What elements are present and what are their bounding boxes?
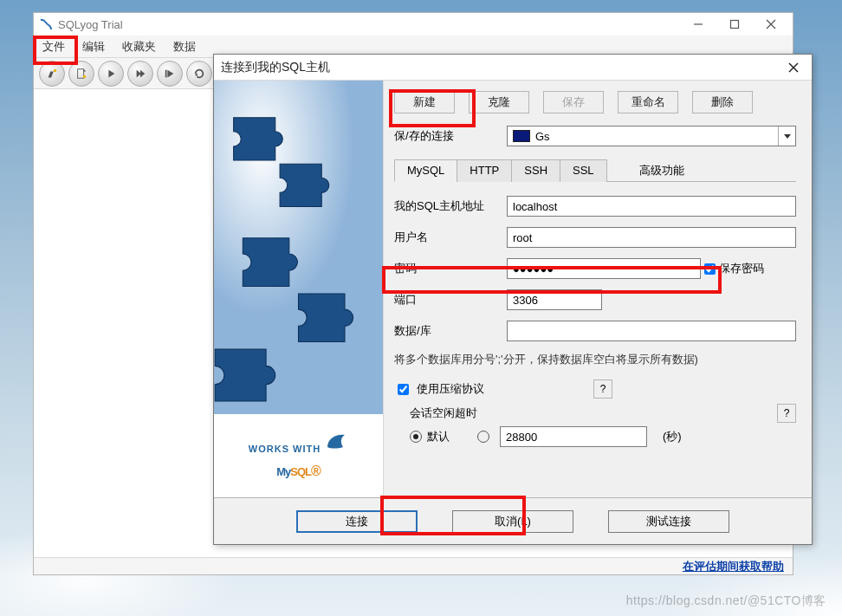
statusbar: 在评估期间获取帮助 <box>34 557 793 574</box>
chevron-down-icon[interactable] <box>778 126 795 146</box>
maximize-button[interactable] <box>716 14 753 35</box>
user-label: 用户名 <box>394 230 507 245</box>
dialog-body: WORKS WITH MySQL® 新建 克隆 保存 重命名 删除 保/存的连接 <box>214 81 812 497</box>
connection-color-swatch <box>513 130 530 142</box>
saved-connection-value: Gs <box>535 130 550 143</box>
puzzle-graphic <box>214 81 383 414</box>
connection-dialog: 连接到我的SQL主机 <box>213 54 813 545</box>
tab-mysql[interactable]: MySQL <box>394 159 457 182</box>
save-password-check[interactable] <box>704 263 716 275</box>
compress-help-button[interactable]: ? <box>593 379 612 399</box>
toolbar-refresh-icon[interactable] <box>186 61 212 87</box>
save-password-checkbox[interactable]: 保存密码 <box>704 261 764 276</box>
close-button[interactable] <box>753 14 789 35</box>
window-controls <box>680 14 789 35</box>
menu-database[interactable]: 数据 <box>165 36 204 57</box>
connect-button[interactable]: 连接 <box>296 510 418 533</box>
tab-advanced[interactable]: 高级功能 <box>627 159 696 182</box>
password-input[interactable] <box>507 258 701 279</box>
toolbar-new-query-icon[interactable] <box>68 61 94 87</box>
clone-button[interactable]: 克隆 <box>469 91 529 113</box>
svg-rect-12 <box>165 69 167 77</box>
toolbar-new-conn-icon[interactable] <box>39 61 65 87</box>
dialog-close-icon[interactable] <box>782 56 805 79</box>
tab-http[interactable]: HTTP <box>457 159 512 182</box>
mysql-wordmark: MySQL® <box>276 454 321 482</box>
minimize-button[interactable] <box>680 14 716 35</box>
menu-favorites[interactable]: 收藏夹 <box>113 36 165 57</box>
default-radio[interactable] <box>410 431 422 443</box>
sidebar-image-panel: WORKS WITH MySQL® <box>214 81 384 497</box>
dialog-title: 连接到我的SQL主机 <box>221 60 782 75</box>
idle-help-button[interactable]: ? <box>777 404 796 423</box>
host-input[interactable] <box>507 196 796 217</box>
save-button[interactable]: 保存 <box>543 91 604 113</box>
dolphin-icon <box>324 430 348 454</box>
dialog-footer: 连接 取消(L) 测试连接 <box>214 497 812 544</box>
svg-point-7 <box>83 75 87 78</box>
default-radio-label: 默认 <box>427 429 450 444</box>
tab-ssl[interactable]: SSL <box>560 159 607 182</box>
saved-connection-row: 保/存的连接 Gs <box>394 126 796 146</box>
user-input[interactable] <box>507 227 796 248</box>
toolbar-run-icon[interactable] <box>98 61 124 87</box>
works-with-label: WORKS WITH <box>249 444 321 454</box>
svg-marker-11 <box>167 69 173 77</box>
tab-ssh[interactable]: SSH <box>511 159 560 182</box>
compress-label: 使用压缩协议 <box>417 381 484 397</box>
saved-connection-label: 保/存的连接 <box>394 128 481 144</box>
toolbar-run-last-icon[interactable] <box>157 61 183 87</box>
password-label: 密码 <box>394 261 507 276</box>
delete-button[interactable]: 删除 <box>692 91 753 113</box>
mysql-form: 我的SQL主机地址 用户名 密码 保存密码 端口 <box>394 182 796 447</box>
titlebar: SQLyog Trial <box>34 13 793 36</box>
new-button[interactable]: 新建 <box>394 91 455 113</box>
menu-file[interactable]: 文件 <box>34 36 74 57</box>
watermark: https://blog.csdn.net/@51CTO博客 <box>626 593 826 609</box>
cancel-button[interactable]: 取消(L) <box>452 510 573 533</box>
window-title: SQLyog Trial <box>58 18 680 31</box>
svg-marker-10 <box>140 69 145 77</box>
svg-rect-2 <box>731 21 739 29</box>
saved-connection-combo[interactable]: Gs <box>507 126 796 146</box>
test-connection-button[interactable]: 测试连接 <box>608 510 729 533</box>
port-label: 端口 <box>394 292 507 308</box>
timeout-unit: (秒) <box>663 429 682 444</box>
svg-point-5 <box>54 68 57 72</box>
timeout-input[interactable] <box>500 426 647 447</box>
database-input[interactable] <box>507 321 796 341</box>
host-label: 我的SQL主机地址 <box>394 198 507 214</box>
dialog-right-panel: 新建 克隆 保存 重命名 删除 保/存的连接 Gs MySQL HTTP <box>384 81 812 497</box>
tabs-row: MySQL HTTP SSH SSL 高级功能 <box>394 159 796 182</box>
port-input[interactable] <box>507 289 602 310</box>
app-icon <box>39 17 53 31</box>
menu-edit[interactable]: 编辑 <box>74 36 113 57</box>
toolbar-run-all-icon[interactable] <box>127 61 153 87</box>
connection-buttons-row: 新建 克隆 保存 重命名 删除 <box>394 91 796 113</box>
svg-marker-8 <box>108 69 114 77</box>
database-hint: 将多个数据库用分号';'分开，保持数据库空白将显示所有数据) <box>394 352 796 367</box>
dialog-titlebar: 连接到我的SQL主机 <box>214 55 812 81</box>
help-link[interactable]: 在评估期间获取帮助 <box>683 559 784 574</box>
idle-label: 会话空闲超时 <box>410 405 477 421</box>
compress-checkbox[interactable] <box>398 384 409 395</box>
svg-rect-6 <box>78 68 84 78</box>
rename-button[interactable]: 重命名 <box>618 91 678 113</box>
database-label: 数据/库 <box>394 323 507 339</box>
svg-marker-17 <box>784 134 791 139</box>
custom-radio[interactable] <box>477 431 489 443</box>
mysql-logo: WORKS WITH MySQL® <box>214 414 383 497</box>
svg-point-0 <box>41 19 42 21</box>
